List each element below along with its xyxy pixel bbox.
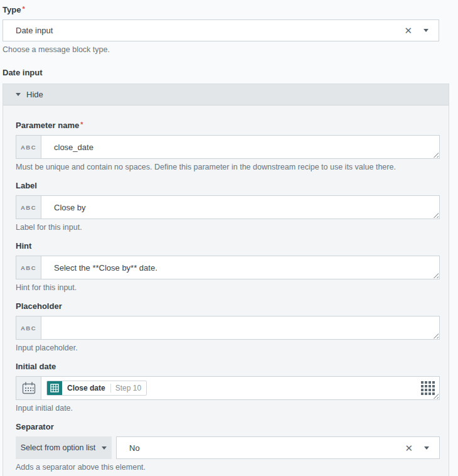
label-input[interactable]: Close by: [41, 196, 439, 219]
required-marker: *: [22, 5, 24, 13]
hint-input-row: ABC Select the **Close by** date.: [16, 256, 440, 279]
text-type-indicator: ABC: [16, 316, 41, 339]
chevron-down-icon[interactable]: [424, 446, 429, 450]
hint-field: Hint ABC Select the **Close by** date. H…: [16, 241, 439, 292]
resize-grip-icon[interactable]: [432, 272, 439, 278]
required-marker: *: [80, 121, 83, 128]
parameter-name-label-text: Parameter name: [16, 121, 79, 130]
resize-grip-icon[interactable]: [432, 151, 439, 158]
clear-icon[interactable]: ✕: [397, 441, 420, 455]
input-mode-button-label: Select from option list: [21, 443, 96, 452]
datapill-close-date[interactable]: Close date Step 10: [46, 381, 147, 396]
hint-input[interactable]: Select the **Close by** date.: [41, 256, 439, 279]
chevron-down-icon: [102, 446, 107, 450]
input-mode-button[interactable]: Select from option list: [16, 436, 112, 459]
parameter-name-value: close_date: [54, 143, 93, 152]
chevron-down-icon[interactable]: [423, 29, 429, 32]
table-grid-icon: [47, 381, 62, 396]
parameter-name-label: Parameter name*: [16, 121, 439, 130]
initial-date-help-text: Input initial date.: [16, 404, 439, 413]
chevron-down-icon: [16, 93, 21, 96]
initial-date-label: Initial date: [16, 362, 439, 371]
section-title: Date input: [3, 68, 458, 77]
parameter-name-input-row: ABC close_date: [16, 135, 440, 159]
placeholder-help-text: Input placeholder.: [16, 343, 439, 352]
separator-select-value: No: [129, 443, 397, 453]
type-help-text: Choose a message block type.: [3, 45, 458, 54]
separator-field: Separator Select from option list No ✕ A…: [16, 422, 439, 472]
datapill-step: Step 10: [111, 384, 146, 392]
clear-icon[interactable]: ✕: [397, 23, 420, 38]
date-input-panel: Hide Parameter name* ABC close_date Must…: [3, 84, 449, 476]
resize-grip-icon[interactable]: [432, 212, 439, 218]
type-label: Type*: [3, 5, 458, 14]
separator-label: Separator: [16, 422, 439, 431]
separator-controls: Select from option list No ✕: [16, 436, 440, 459]
message-block-config-form: Type* Date input ✕ Choose a message bloc…: [0, 0, 458, 476]
type-label-text: Type: [3, 5, 21, 14]
parameter-name-field: Parameter name* ABC close_date Must be u…: [16, 121, 439, 171]
type-select[interactable]: Date input ✕: [3, 19, 439, 41]
placeholder-input[interactable]: [41, 316, 439, 339]
initial-date-field: Initial date: [16, 362, 439, 413]
calendar-icon: [16, 377, 41, 399]
separator-help-text: Adds a separator above this element.: [16, 463, 439, 472]
initial-date-input-row: Close date Step 10: [16, 376, 440, 400]
placeholder-label: Placeholder: [16, 301, 439, 311]
parameter-name-input[interactable]: close_date: [41, 136, 439, 158]
label-value: Close by: [54, 203, 86, 212]
resize-grip-icon[interactable]: [432, 332, 439, 338]
type-select-value: Date input: [16, 26, 397, 35]
placeholder-input-row: ABC: [16, 316, 440, 340]
hint-help-text: Hint for this input.: [16, 283, 439, 292]
hint-label: Hint: [16, 241, 439, 251]
label-field: Label ABC Close by Label for this input.: [16, 181, 439, 232]
hint-value: Select the **Close by** date.: [54, 263, 157, 273]
parameter-name-help-text: Must be unique and contain no spaces. De…: [16, 163, 439, 171]
label-label: Label: [16, 181, 439, 190]
label-input-row: ABC Close by: [16, 195, 440, 219]
placeholder-field: Placeholder ABC Input placeholder.: [16, 301, 439, 352]
collapse-toggle-label: Hide: [26, 90, 43, 99]
separator-select[interactable]: No ✕: [116, 436, 440, 459]
text-type-indicator: ABC: [16, 256, 41, 279]
initial-date-input[interactable]: Close date Step 10: [41, 377, 439, 399]
text-type-indicator: ABC: [16, 136, 41, 158]
type-field: Type* Date input ✕ Choose a message bloc…: [3, 5, 458, 54]
datapill-name: Close date: [62, 384, 110, 392]
panel-body: Parameter name* ABC close_date Must be u…: [3, 105, 449, 476]
label-help-text: Label for this input.: [16, 223, 439, 232]
text-type-indicator: ABC: [16, 196, 41, 219]
datatree-toggle-icon[interactable]: [421, 381, 435, 395]
collapse-toggle[interactable]: Hide: [3, 84, 449, 105]
